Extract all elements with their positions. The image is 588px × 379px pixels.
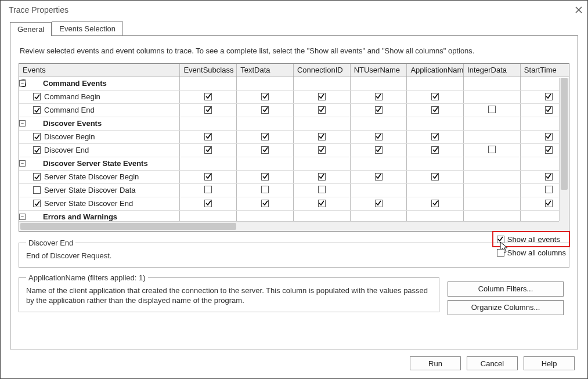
help-button[interactable]: Help bbox=[524, 356, 575, 370]
grid-cell[interactable] bbox=[237, 90, 294, 103]
grid-cell[interactable] bbox=[237, 103, 294, 117]
event-checkbox[interactable] bbox=[33, 173, 41, 181]
grid-cell[interactable] bbox=[350, 90, 407, 103]
grid-cell[interactable] bbox=[293, 143, 350, 157]
intro-text: Review selected events and event columns… bbox=[20, 46, 569, 55]
grid-cell[interactable] bbox=[350, 130, 407, 143]
col-events[interactable]: Events bbox=[19, 64, 180, 77]
checkbox-icon bbox=[261, 106, 269, 114]
grid-cell[interactable] bbox=[237, 130, 294, 143]
event-checkbox[interactable] bbox=[33, 146, 41, 154]
grid-cell[interactable] bbox=[407, 183, 464, 197]
grid-cell[interactable] bbox=[464, 90, 521, 103]
grid-cell bbox=[350, 117, 407, 130]
grid-event-row: Server State Discover End bbox=[19, 197, 569, 210]
grid-cell[interactable] bbox=[237, 183, 294, 197]
col-starttime[interactable]: StartTime bbox=[520, 64, 569, 77]
grid-cell[interactable] bbox=[180, 197, 237, 210]
grid-event-row: Command End bbox=[19, 103, 569, 117]
checkbox-icon bbox=[488, 146, 496, 153]
organize-columns-button[interactable]: Organize Columns... bbox=[448, 300, 564, 315]
grid-cell[interactable] bbox=[464, 183, 521, 197]
tab-events-selection[interactable]: Events Selection bbox=[52, 21, 123, 35]
expander-icon[interactable]: − bbox=[19, 80, 26, 86]
event-checkbox[interactable] bbox=[33, 186, 41, 194]
grid-cell[interactable] bbox=[293, 90, 350, 103]
trace-properties-dialog: Trace Properties General Events Selectio… bbox=[0, 0, 588, 379]
col-eventsubclass[interactable]: EventSubclass bbox=[180, 64, 237, 77]
grid-cell bbox=[293, 77, 350, 90]
grid-cell[interactable] bbox=[350, 170, 407, 183]
expander-icon[interactable]: − bbox=[19, 160, 26, 167]
grid-cell[interactable] bbox=[293, 170, 350, 183]
grid-cell[interactable] bbox=[407, 130, 464, 143]
show-all-columns-checkbox[interactable]: Show all columns bbox=[497, 248, 566, 257]
checkbox-icon bbox=[318, 93, 326, 100]
vertical-scrollbar[interactable] bbox=[559, 78, 569, 221]
window-title: Trace Properties bbox=[9, 5, 68, 15]
group-label: Discover Server State Events bbox=[43, 159, 148, 168]
grid-cell[interactable] bbox=[237, 197, 294, 210]
close-icon[interactable] bbox=[575, 6, 583, 14]
col-connectionid[interactable]: ConnectionID bbox=[293, 64, 350, 77]
grid-cell[interactable] bbox=[180, 143, 237, 157]
grid-cell[interactable] bbox=[293, 103, 350, 117]
checkbox-icon bbox=[204, 200, 212, 207]
grid-cell[interactable] bbox=[464, 197, 521, 210]
checkbox-icon bbox=[204, 133, 212, 140]
expander-icon[interactable]: − bbox=[19, 214, 26, 220]
cancel-button[interactable]: Cancel bbox=[467, 356, 518, 370]
event-checkbox[interactable] bbox=[33, 133, 41, 140]
checkbox-icon bbox=[497, 236, 504, 243]
grid-cell bbox=[237, 77, 294, 90]
grid-cell[interactable] bbox=[464, 143, 521, 157]
event-checkbox[interactable] bbox=[33, 200, 41, 207]
grid-cell[interactable] bbox=[407, 103, 464, 117]
grid-cell[interactable] bbox=[350, 183, 407, 197]
checkbox-icon bbox=[431, 106, 439, 114]
group-label: Errors and Warnings bbox=[43, 212, 117, 221]
grid-cell[interactable] bbox=[293, 197, 350, 210]
col-textdata[interactable]: TextData bbox=[237, 64, 294, 77]
grid-cell[interactable] bbox=[464, 130, 521, 143]
grid-cell[interactable] bbox=[350, 197, 407, 210]
grid-cell[interactable] bbox=[464, 170, 521, 183]
event-checkbox[interactable] bbox=[33, 106, 41, 114]
run-button[interactable]: Run bbox=[410, 356, 461, 370]
checkbox-icon bbox=[497, 249, 504, 257]
col-ntusername[interactable]: NTUserName bbox=[350, 64, 407, 77]
grid-cell[interactable] bbox=[407, 197, 464, 210]
col-integerdata[interactable]: IntegerData bbox=[464, 64, 521, 77]
grid-cell[interactable] bbox=[180, 90, 237, 103]
grid-cell[interactable] bbox=[237, 170, 294, 183]
grid-header-row: Events EventSubclass TextData Connection… bbox=[19, 64, 569, 77]
col-applicationname[interactable]: ApplicationName bbox=[407, 64, 464, 77]
grid-cell[interactable] bbox=[464, 103, 521, 117]
grid-cell[interactable] bbox=[180, 103, 237, 117]
grid-cell[interactable] bbox=[237, 143, 294, 157]
checkbox-icon bbox=[204, 93, 212, 100]
expander-icon[interactable]: − bbox=[19, 120, 26, 127]
grid-cell[interactable] bbox=[350, 143, 407, 157]
tab-bar: General Events Selection bbox=[10, 19, 578, 35]
horizontal-scrollbar[interactable] bbox=[19, 221, 559, 231]
grid-cell[interactable] bbox=[293, 183, 350, 197]
grid-cell[interactable] bbox=[407, 143, 464, 157]
event-checkbox[interactable] bbox=[33, 93, 41, 100]
grid-group-row: −Command Events bbox=[19, 77, 569, 90]
checkbox-icon bbox=[318, 186, 326, 193]
grid-cell[interactable] bbox=[407, 170, 464, 183]
grid-cell[interactable] bbox=[350, 103, 407, 117]
grid-cell[interactable] bbox=[180, 183, 237, 197]
column-filters-button[interactable]: Column Filters... bbox=[448, 281, 564, 297]
grid-cell[interactable] bbox=[180, 170, 237, 183]
grid-cell[interactable] bbox=[180, 130, 237, 143]
show-all-columns-label: Show all columns bbox=[507, 248, 566, 257]
grid-cell[interactable] bbox=[293, 130, 350, 143]
checkbox-icon bbox=[375, 146, 383, 154]
show-all-events-checkbox[interactable]: Show all events bbox=[497, 235, 566, 244]
grid-cell[interactable] bbox=[407, 90, 464, 103]
event-label: Server State Discover End bbox=[44, 199, 133, 208]
checkbox-icon bbox=[318, 200, 326, 207]
tab-general[interactable]: General bbox=[10, 22, 52, 36]
